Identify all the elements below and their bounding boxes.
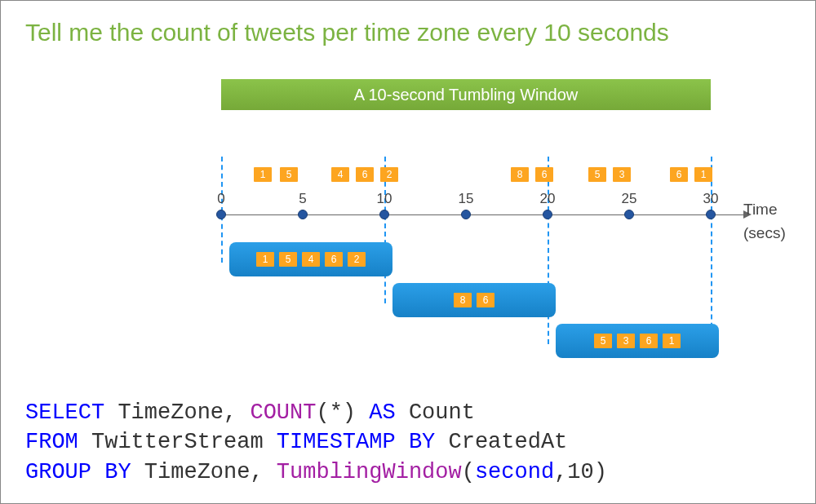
window-event: 4 — [302, 252, 320, 267]
event-box: 2 — [380, 167, 398, 182]
tick-label: 5 — [299, 191, 306, 207]
window-banner: A 10-second Tumbling Window — [221, 79, 711, 110]
event-box: 6 — [535, 167, 553, 182]
tick-label: 20 — [540, 191, 556, 207]
kw-from: FROM — [25, 430, 78, 454]
event-box: 1 — [254, 167, 272, 182]
window-event: 6 — [640, 334, 658, 348]
timeline-tick — [543, 210, 552, 219]
timeline-tick — [706, 210, 716, 219]
dash-line — [711, 157, 712, 344]
kw-timestamp-by: TIMESTAMP BY — [277, 430, 435, 454]
sql-line-2: FROM TwitterStream TIMESTAMP BY CreatedA… — [25, 427, 607, 457]
window-event: 5 — [279, 252, 297, 267]
event-box: 6 — [356, 167, 374, 182]
event-box: 4 — [331, 167, 349, 182]
tick-label: 30 — [703, 191, 719, 207]
tick-label: 0 — [217, 191, 224, 207]
sql-text: ,10) — [554, 460, 607, 484]
sql-line-3: GROUP BY TimeZone, TumblingWindow(second… — [25, 458, 607, 487]
window-event: 6 — [325, 252, 343, 267]
sql-text: TwitterStream — [78, 430, 277, 454]
kw-group-by: GROUP BY — [25, 460, 131, 484]
fn-tumblingwindow: TumblingWindow — [277, 460, 462, 484]
timeline-tick — [624, 210, 634, 219]
tick-label: 25 — [622, 191, 637, 207]
timeline-tick — [298, 210, 308, 219]
sql-text: TimeZone, — [104, 400, 250, 425]
window-event: 1 — [256, 252, 274, 267]
event-box: 5 — [588, 167, 606, 182]
axis-unit: (secs) — [743, 224, 786, 242]
sql-line-1: SELECT TimeZone, COUNT(*) AS Count — [25, 398, 607, 427]
page-title: Tell me the count of tweets per time zon… — [1, 1, 815, 55]
event-box: 1 — [694, 167, 712, 182]
timeline: 051015202530 — [221, 214, 760, 215]
sql-block: SELECT TimeZone, COUNT(*) AS Count FROM … — [25, 398, 607, 487]
window-event: 2 — [348, 252, 366, 267]
timeline-tick — [216, 210, 226, 219]
window-box: 5361 — [556, 324, 719, 358]
tick-label: 15 — [459, 191, 474, 207]
window-box: 15462 — [229, 242, 392, 276]
window-event: 5 — [594, 334, 612, 348]
timeline-tick — [461, 210, 471, 219]
axis-label: Time — [743, 201, 778, 219]
sql-text: (*) — [316, 400, 369, 425]
event-box: 6 — [670, 167, 688, 182]
window-box: 86 — [392, 283, 556, 317]
window-event: 3 — [617, 334, 635, 348]
window-event: 1 — [663, 334, 681, 348]
kw-count: COUNT — [250, 400, 316, 425]
kw-second: second — [475, 460, 554, 484]
event-box: 8 — [511, 167, 529, 182]
timeline-tick — [379, 210, 389, 219]
diagram-area: A 10-second Tumbling Window 15462865361 … — [221, 79, 792, 365]
window-event: 8 — [454, 293, 472, 307]
event-box: 5 — [280, 167, 298, 182]
kw-as: AS — [369, 400, 395, 425]
window-event: 6 — [477, 293, 494, 307]
sql-text: CreatedAt — [435, 430, 567, 454]
sql-text: TimeZone, — [131, 460, 277, 484]
sql-text: Count — [396, 400, 475, 425]
sql-text: ( — [462, 460, 475, 484]
kw-select: SELECT — [25, 400, 104, 425]
tick-label: 10 — [377, 191, 392, 207]
event-box: 3 — [613, 167, 631, 182]
